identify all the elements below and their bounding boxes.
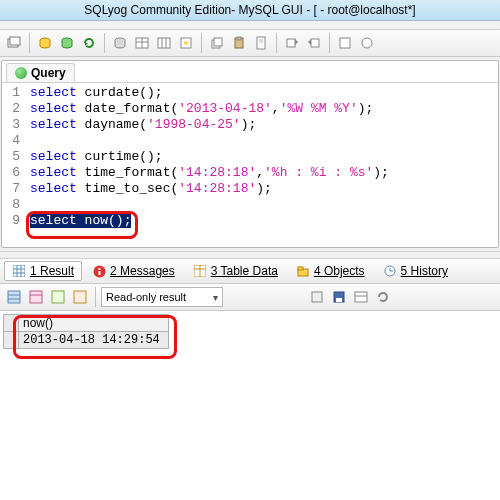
line-number: 9 — [2, 213, 24, 229]
import-icon[interactable] — [304, 33, 324, 53]
column-header[interactable]: now() — [19, 315, 169, 332]
code-line[interactable]: select curtime(); — [30, 149, 498, 165]
toolbar-separator — [276, 33, 277, 53]
code-line[interactable]: select date_format('2013-04-18','%W %M %… — [30, 101, 498, 117]
row-header[interactable] — [4, 332, 19, 349]
tab-messages-label: 2 Messages — [110, 264, 175, 278]
svg-rect-22 — [340, 38, 350, 48]
index-icon[interactable] — [176, 33, 196, 53]
splitter[interactable] — [0, 251, 500, 259]
tool-icon[interactable] — [335, 33, 355, 53]
line-number: 6 — [2, 165, 24, 181]
line-number: 4 — [2, 133, 24, 149]
cell-value[interactable]: 2013-04-18 14:29:54 — [19, 332, 169, 349]
code-line[interactable]: select time_to_sec('14:28:18'); — [30, 181, 498, 197]
tab-objects[interactable]: 4 Objects — [288, 261, 373, 281]
objects-icon — [296, 264, 310, 278]
toolbar-separator — [201, 33, 202, 53]
tab-objects-label: 4 Objects — [314, 264, 365, 278]
export-icon[interactable] — [282, 33, 302, 53]
export-result-icon[interactable] — [70, 287, 90, 307]
svg-rect-1 — [10, 37, 20, 45]
database-yellow-icon[interactable] — [35, 33, 55, 53]
svg-rect-36 — [298, 267, 303, 270]
svg-rect-30 — [98, 268, 100, 270]
tab-history[interactable]: 5 History — [375, 261, 456, 281]
query-tab[interactable]: Query — [6, 63, 75, 82]
columns-icon[interactable] — [154, 33, 174, 53]
result-grid-area: now() 2013-04-18 14:29:54 — [0, 314, 500, 500]
svg-rect-47 — [312, 292, 322, 302]
main-toolbar — [0, 30, 500, 57]
tabledata-icon — [193, 264, 207, 278]
toolbar-separator — [329, 33, 330, 53]
database-icon[interactable] — [110, 33, 130, 53]
result-grid[interactable]: now() 2013-04-18 14:29:54 — [3, 314, 169, 349]
text-view-icon[interactable] — [48, 287, 68, 307]
editor-area: Query 123456789 select curdate();select … — [0, 57, 500, 251]
svg-rect-17 — [257, 37, 265, 49]
tab-tabledata-label: 3 Table Data — [211, 264, 278, 278]
refresh-icon[interactable] — [79, 33, 99, 53]
history-icon — [383, 264, 397, 278]
menu-bar[interactable] — [0, 21, 500, 30]
line-number: 1 — [2, 85, 24, 101]
tab-history-label: 5 History — [401, 264, 448, 278]
svg-point-23 — [362, 38, 372, 48]
toolbar-separator — [95, 287, 96, 307]
svg-rect-43 — [30, 291, 42, 303]
window-title: SQLyog Community Edition- MySQL GUI - [ … — [84, 3, 415, 17]
code-line[interactable]: select curdate(); — [30, 85, 498, 101]
edit-mode-select[interactable]: Read-only result — [101, 287, 223, 307]
tab-tabledata[interactable]: 3 Table Data — [185, 261, 286, 281]
svg-rect-45 — [52, 291, 64, 303]
tab-result-label: 1 Result — [30, 264, 74, 278]
toolbar-separator — [104, 33, 105, 53]
new-connection-icon[interactable] — [4, 33, 24, 53]
database-green-icon[interactable] — [57, 33, 77, 53]
svg-rect-49 — [336, 298, 342, 302]
svg-rect-46 — [74, 291, 86, 303]
code-line[interactable]: select dayname('1998-04-25'); — [30, 117, 498, 133]
code-line[interactable]: select now(); — [30, 213, 498, 229]
line-number: 3 — [2, 117, 24, 133]
line-number-gutter: 123456789 — [2, 85, 24, 229]
edit-mode-value: Read-only result — [106, 291, 186, 303]
tab-messages[interactable]: 2 Messages — [84, 261, 183, 281]
result-tabstrip: 1 Result 2 Messages 3 Table Data 4 Objec… — [0, 259, 500, 284]
sql-editor[interactable]: 123456789 select curdate();select date_f… — [2, 82, 498, 247]
result-toolbar: Read-only result — [0, 284, 500, 311]
tab-result[interactable]: 1 Result — [4, 261, 82, 281]
query-tab-icon — [15, 67, 27, 79]
svg-rect-8 — [158, 38, 170, 48]
table-icon[interactable] — [132, 33, 152, 53]
svg-rect-40 — [8, 291, 20, 303]
grid-view-icon[interactable] — [4, 287, 24, 307]
svg-rect-20 — [287, 39, 295, 47]
first-row-icon[interactable] — [307, 287, 327, 307]
filter-icon[interactable] — [351, 287, 371, 307]
document-icon[interactable] — [251, 33, 271, 53]
query-tab-label: Query — [31, 66, 66, 80]
svg-rect-21 — [311, 39, 319, 47]
code-line[interactable]: select time_format('14:28:18','%h : %i :… — [30, 165, 498, 181]
code-line[interactable] — [30, 197, 498, 213]
svg-point-12 — [184, 41, 188, 45]
save-icon[interactable] — [329, 287, 349, 307]
copy-icon[interactable] — [207, 33, 227, 53]
code-line[interactable] — [30, 133, 498, 149]
toolbar-separator — [29, 33, 30, 53]
form-view-icon[interactable] — [26, 287, 46, 307]
grid-icon — [12, 264, 26, 278]
paste-icon[interactable] — [229, 33, 249, 53]
window-title-bar: SQLyog Community Edition- MySQL GUI - [ … — [0, 0, 500, 21]
refresh-result-icon[interactable] — [373, 287, 393, 307]
grid-data-row[interactable]: 2013-04-18 14:29:54 — [4, 332, 169, 349]
row-header-corner — [4, 315, 19, 332]
editor-card: Query 123456789 select curdate();select … — [1, 60, 499, 248]
line-number: 7 — [2, 181, 24, 197]
line-number: 5 — [2, 149, 24, 165]
tool2-icon[interactable] — [357, 33, 377, 53]
svg-rect-31 — [98, 271, 100, 275]
svg-rect-50 — [355, 292, 367, 302]
